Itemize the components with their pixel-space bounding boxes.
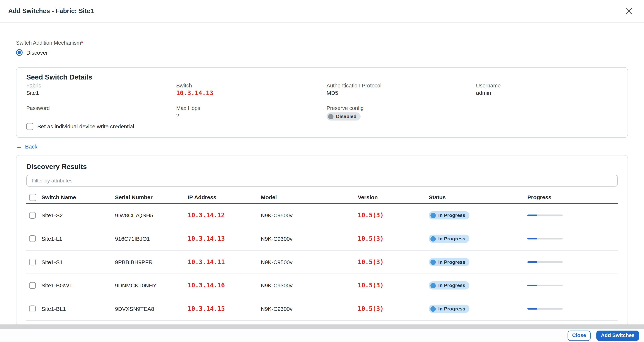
dialog-footer: Close Add Switches [0,329,644,342]
dialog-header: Add Switches - Fabric: Site1 [0,0,644,22]
status-dot-icon [430,236,436,241]
table-header-row: Switch Name Serial Number IP Address Mod… [26,191,618,204]
field-label: Username [476,83,618,89]
progress-fill [528,261,538,263]
preserve-config-value: Disabled [336,114,356,119]
write-credential-label: Set as individual device write credentia… [37,123,134,129]
status-dot-icon [430,306,436,312]
field-value [26,112,176,119]
field-switch: Switch 10.3.14.13 [176,83,326,96]
field-value: admin [476,90,618,96]
field-max-hops: Max Hops 2 [176,105,326,121]
col-serial-number: Serial Number [115,194,188,200]
discover-radio[interactable]: Discover [16,49,48,56]
table-row[interactable]: Site1-BGW1 9DNMCKT0NHY 10.3.14.16 N9K-C9… [26,274,618,297]
cell-ip: 10.3.14.13 [188,235,261,242]
field-value-ip: 10.3.14.13 [176,90,326,96]
close-button[interactable]: Close [568,330,590,341]
row-checkbox[interactable] [29,259,36,265]
status-badge: In Progress [429,258,470,266]
cell-switch-name: Site1-BL1 [42,306,115,312]
field-label: Max Hops [176,105,326,111]
cell-serial: 916C71IBJO1 [115,236,188,242]
status-badge: In Progress [429,235,470,243]
select-all-checkbox[interactable] [29,194,36,201]
col-model: Model [261,194,358,200]
seed-field-grid: Fabric Site1 Switch 10.3.14.13 Authentic… [26,83,618,121]
field-label: Authentication Protocol [326,83,476,89]
cell-ip: 10.3.14.12 [188,212,261,219]
dialog-title: Add Switches - Fabric: Site1 [8,7,94,15]
col-status: Status [429,194,528,200]
cell-switch-name: Site1-S2 [42,212,115,218]
table-row[interactable]: Site1-BL1 9DVXSN9TEA8 10.3.14.15 N9K-C93… [26,297,618,321]
write-credential-checkbox-row[interactable]: Set as individual device write credentia… [26,123,134,130]
status-dot-icon [430,283,436,288]
field-value: 2 [176,112,326,119]
cell-serial: 9DNMCKT0NHY [115,282,188,289]
field-label: Switch [176,83,326,89]
table-row[interactable]: Site1-S2 9IW8CL7QSH5 10.3.14.12 N9K-C950… [26,204,618,227]
mechanism-label: Switch Addition Mechanism* [16,40,628,46]
cell-switch-name: Site1-BGW1 [42,282,115,289]
cell-serial: 9IW8CL7QSH5 [115,212,188,218]
col-ip-address: IP Address [188,194,261,200]
status-badge: In Progress [429,281,470,289]
cell-model: N9K-C9300v [261,306,358,312]
cell-version: 10.5(3) [358,258,429,266]
close-x-glyph [625,7,632,15]
back-link[interactable]: ← Back [16,143,38,150]
filter-input[interactable] [26,175,618,186]
field-empty [476,105,618,121]
dialog-body: Switch Addition Mechanism* Discover Seed… [0,40,644,326]
status-text: In Progress [438,259,465,265]
field-fabric: Fabric Site1 [26,83,176,96]
cell-serial: 9DVXSN9TEA8 [115,306,188,312]
progress-bar [528,214,563,216]
cell-serial: 9PBBIBH9PFR [115,259,188,265]
cell-model: N9K-C9300v [261,282,358,289]
field-label: Preserve config [326,105,476,111]
row-checkbox[interactable] [29,212,36,219]
field-label: Password [26,105,176,111]
cell-ip: 10.3.14.16 [188,282,261,289]
status-text: In Progress [438,236,465,241]
cell-version: 10.5(3) [358,212,429,219]
cell-model: N9K-C9500v [261,212,358,218]
progress-bar [528,308,563,310]
progress-bar [528,261,563,263]
col-version: Version [358,194,429,200]
field-password: Password [26,105,176,121]
col-switch-name: Switch Name [42,194,115,200]
status-text: In Progress [438,306,465,312]
progress-fill [528,238,538,239]
discovery-card-title: Discovery Results [26,163,618,171]
progress-fill [528,214,538,216]
close-icon[interactable] [624,7,633,16]
row-checkbox[interactable] [29,306,36,312]
table-row[interactable]: Site1-S1 9PBBIBH9PFR 10.3.14.11 N9K-C950… [26,250,618,274]
back-link-label: Back [25,143,38,150]
cell-ip: 10.3.14.15 [188,305,261,313]
discovery-table: Switch Name Serial Number IP Address Mod… [26,191,618,321]
write-credential-checkbox[interactable] [26,123,33,130]
discovery-results-card: Discovery Results Switch Name Serial Num… [16,155,628,326]
table-body: Site1-S2 9IW8CL7QSH5 10.3.14.12 N9K-C950… [26,204,618,321]
col-progress: Progress [528,194,618,200]
field-value: MD5 [326,90,476,96]
add-switches-button[interactable]: Add Switches [596,330,639,341]
seed-card-title: Seed Switch Details [26,73,618,81]
status-badge: In Progress [429,211,470,219]
radio-dot [18,51,21,54]
field-value: Site1 [26,90,176,96]
status-text: In Progress [438,212,465,218]
cell-version: 10.5(3) [358,282,429,289]
row-checkbox[interactable] [29,282,36,289]
bottom-scroll-strip [0,325,644,329]
field-username: Username admin [476,83,618,96]
progress-fill [528,308,538,310]
required-asterisk: * [81,40,83,46]
status-dot-icon [430,213,436,218]
table-row[interactable]: Site1-L1 916C71IBJO1 10.3.14.13 N9K-C930… [26,227,618,251]
row-checkbox[interactable] [29,235,36,242]
